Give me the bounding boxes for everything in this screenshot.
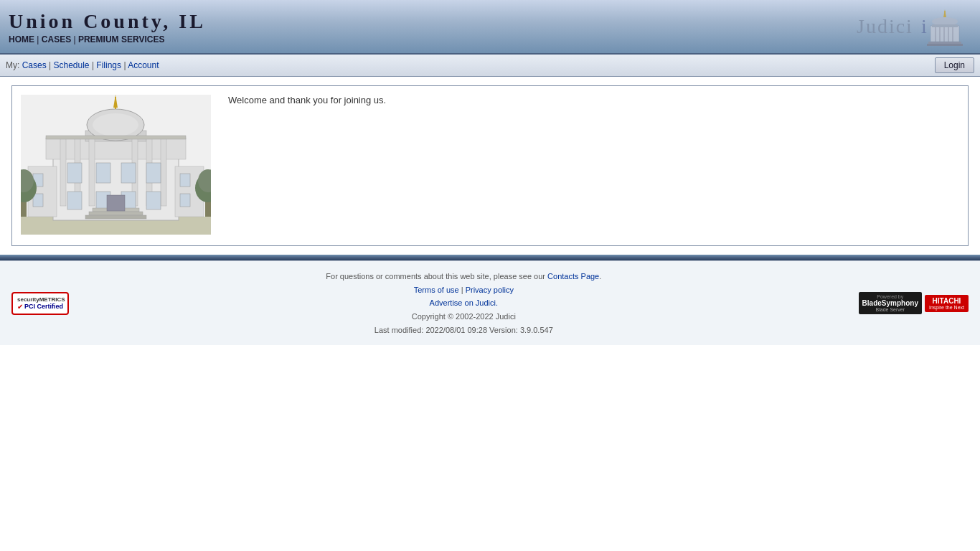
svg-rect-32: [121, 163, 136, 183]
svg-rect-40: [85, 215, 146, 219]
pci-badge: securityMETRICS ✔ PCI Certified: [11, 292, 69, 315]
login-button[interactable]: Login: [935, 57, 974, 73]
top-nav: HOME | CASES | PREMIUM SERVICES: [9, 34, 206, 44]
footer-last-modified: Last modified: 2022/08/01 09:28 Version:…: [69, 324, 859, 337]
svg-rect-33: [146, 163, 161, 183]
site-title: Union County, IL: [9, 10, 206, 33]
header-left: Union County, IL HOME | CASES | PREMIUM …: [9, 10, 206, 44]
my-nav-links: My: Cases | Schedule | Filings | Account: [6, 60, 159, 70]
my-schedule-link[interactable]: Schedule: [54, 60, 90, 70]
blade-sub: Blade Server: [862, 307, 918, 312]
hitachi-badge: HITACHI Inspire the Next: [925, 295, 969, 312]
svg-rect-12: [927, 44, 963, 46]
blade-name: BladeSymphony: [862, 299, 918, 307]
my-label: My:: [6, 60, 19, 70]
welcome-box: Welcome and thank you for joining us.: [11, 85, 969, 246]
svg-rect-30: [67, 163, 82, 183]
svg-rect-26: [89, 138, 95, 206]
powered-by-text: Powered by: [862, 294, 918, 299]
site-header: Union County, IL HOME | CASES | PREMIUM …: [0, 0, 980, 55]
footer-links: Terms of use | Privacy policy: [69, 283, 859, 297]
premium-link[interactable]: PREMIUM SERVICES: [78, 34, 164, 44]
footer-copyright: Copyright © 2002-2022 Judici: [69, 310, 859, 324]
footer-questions: For questions or comments about this web…: [69, 270, 859, 283]
footer-right: Powered by BladeSymphony Blade Server HI…: [859, 292, 969, 314]
terms-link[interactable]: Terms of use: [414, 286, 459, 294]
advertise-link[interactable]: Advertise on Judici.: [430, 298, 498, 307]
footer-inner: securityMETRICS ✔ PCI Certified For ques…: [11, 270, 969, 336]
footer-advertise: Advertise on Judici.: [69, 296, 859, 310]
svg-rect-37: [146, 192, 161, 209]
svg-rect-34: [67, 192, 82, 209]
svg-rect-48: [180, 194, 190, 207]
hitachi-sub: Inspire the Next: [929, 305, 964, 310]
pci-certified-label: PCI Certified: [24, 303, 63, 310]
footer-left: securityMETRICS ✔ PCI Certified: [11, 292, 69, 315]
svg-rect-47: [180, 174, 190, 187]
welcome-text: Welcome and thank you for joining us.: [225, 92, 389, 108]
my-filings-link[interactable]: Filings: [96, 60, 121, 70]
svg-rect-11: [928, 42, 961, 44]
pci-line: ✔ PCI Certified: [17, 303, 63, 311]
svg-text:Judici: Judici: [857, 15, 913, 37]
check-mark: ✔: [17, 303, 23, 311]
svg-point-21: [93, 113, 138, 136]
svg-rect-24: [60, 138, 66, 206]
security-metrics-text: securityMETRICS: [17, 296, 63, 303]
welcome-text-area: Welcome and thank you for joining us.: [225, 95, 389, 105]
svg-text:i: i: [921, 15, 927, 37]
contacts-page-link[interactable]: Contacts Page: [547, 272, 599, 281]
my-cases-link[interactable]: Cases: [22, 60, 47, 70]
svg-rect-4: [930, 26, 959, 42]
bottom-divider: [0, 255, 980, 260]
judici-logo: Judici i: [857, 6, 971, 49]
courthouse-svg: [21, 95, 211, 235]
main-content: Welcome and thank you for joining us.: [0, 77, 980, 255]
my-nav-bar: My: Cases | Schedule | Filings | Account…: [0, 55, 980, 77]
svg-rect-29: [161, 138, 166, 206]
questions-text: For questions or comments about this web…: [326, 272, 545, 281]
svg-marker-3: [943, 9, 946, 17]
svg-rect-5: [932, 24, 958, 27]
my-account-link[interactable]: Account: [128, 60, 159, 70]
privacy-link[interactable]: Privacy policy: [466, 286, 514, 294]
svg-rect-39: [89, 212, 143, 215]
svg-rect-42: [46, 136, 186, 139]
home-link[interactable]: HOME: [9, 34, 34, 44]
courthouse-illustration: [21, 95, 211, 237]
blade-symphony-badge: Powered by BladeSymphony Blade Server: [859, 292, 922, 314]
footer-center: For questions or comments about this web…: [69, 270, 859, 336]
cases-link[interactable]: CASES: [42, 34, 71, 44]
svg-rect-31: [96, 163, 110, 183]
svg-rect-41: [107, 195, 125, 211]
footer: securityMETRICS ✔ PCI Certified For ques…: [0, 260, 980, 345]
judici-logo-svg: Judici i: [857, 6, 971, 49]
hitachi-name: HITACHI: [929, 297, 964, 305]
